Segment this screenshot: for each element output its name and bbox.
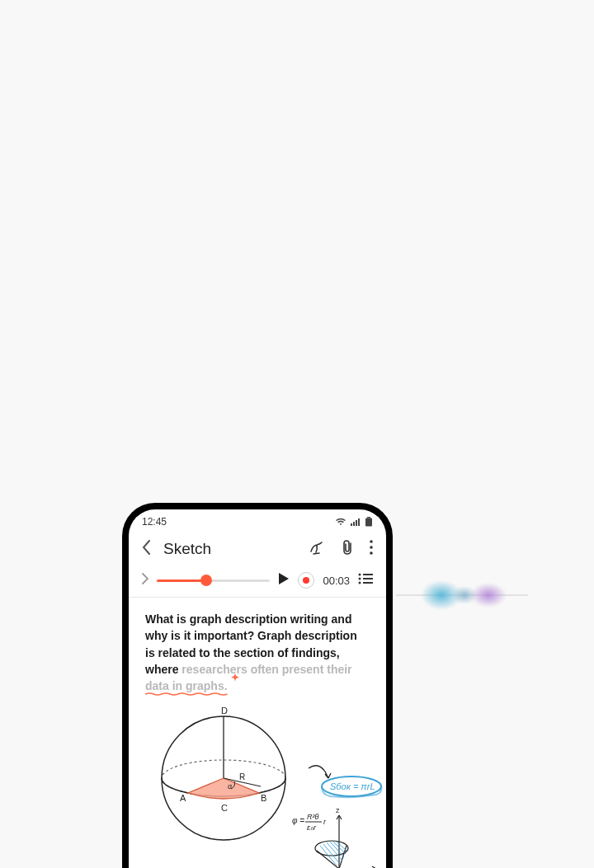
svg-rect-1: [351, 523, 352, 526]
svg-point-12: [359, 578, 361, 580]
svg-rect-6: [365, 518, 372, 527]
spark-icon: ✦: [231, 671, 239, 685]
svg-text:α: α: [228, 782, 232, 791]
label-A: A: [180, 793, 186, 803]
svg-point-14: [359, 582, 361, 584]
svg-rect-15: [363, 582, 373, 584]
expand-audio-icon[interactable]: [142, 573, 148, 588]
formula-2-bot: ε₀r: [307, 823, 317, 832]
svg-point-10: [359, 574, 361, 576]
battery-icon: [365, 517, 373, 527]
sketch-drawing: D A B C R α Sбок = πrL φ = R²θ: [145, 704, 370, 868]
svg-rect-11: [363, 574, 373, 575]
label-C: C: [221, 803, 228, 813]
text-recognition-icon[interactable]: [309, 539, 325, 559]
phone-frame: 12:45 Sketch: [122, 503, 393, 868]
formula-1: Sбок = πrL: [330, 781, 375, 791]
recordings-list-button[interactable]: [358, 573, 373, 588]
back-button[interactable]: [142, 540, 150, 558]
svg-rect-4: [358, 518, 360, 526]
voice-wave-decoration: [396, 577, 528, 613]
formula-2-rhs: r: [323, 818, 327, 826]
svg-line-30: [323, 844, 340, 864]
more-options-icon[interactable]: [370, 540, 373, 558]
wifi-icon: [335, 518, 346, 526]
label-R: R: [239, 772, 245, 781]
record-button[interactable]: [298, 572, 314, 589]
status-time: 12:45: [142, 516, 167, 528]
svg-rect-5: [367, 517, 370, 518]
playback-timer: 00:03: [323, 575, 350, 587]
slider-thumb[interactable]: [200, 575, 212, 586]
note-text-underlined: data in graphs. ✦: [145, 678, 228, 694]
formula-2-top: R²θ: [307, 813, 318, 821]
page-title: Sketch: [163, 540, 295, 558]
app-header: Sketch: [129, 531, 386, 567]
label-D: D: [221, 706, 228, 716]
svg-point-8: [370, 546, 373, 549]
slider-fill: [157, 579, 206, 582]
play-button[interactable]: [278, 572, 290, 589]
svg-rect-13: [363, 578, 373, 579]
svg-rect-2: [353, 522, 355, 526]
note-text-faded-1: researchers often present their: [182, 663, 351, 676]
note-paragraph: What is graph description writing and wh…: [145, 611, 370, 694]
svg-point-9: [370, 551, 373, 555]
signal-icon: [350, 518, 361, 526]
svg-rect-3: [356, 520, 357, 526]
attachment-icon[interactable]: [340, 539, 355, 559]
squiggle-underline-icon: [145, 692, 228, 696]
status-bar: 12:45: [129, 509, 386, 531]
phone-screen: 12:45 Sketch: [129, 509, 386, 868]
formula-2-lhs: φ =: [292, 816, 304, 825]
audio-progress-slider[interactable]: [157, 579, 270, 582]
axis-z: z: [336, 806, 340, 814]
audio-playback-bar: 00:03: [129, 567, 386, 598]
note-content[interactable]: What is graph description writing and wh…: [129, 598, 386, 868]
record-dot-icon: [303, 577, 309, 584]
status-icons: [335, 517, 373, 527]
label-B: B: [261, 793, 266, 803]
svg-point-7: [370, 540, 373, 543]
